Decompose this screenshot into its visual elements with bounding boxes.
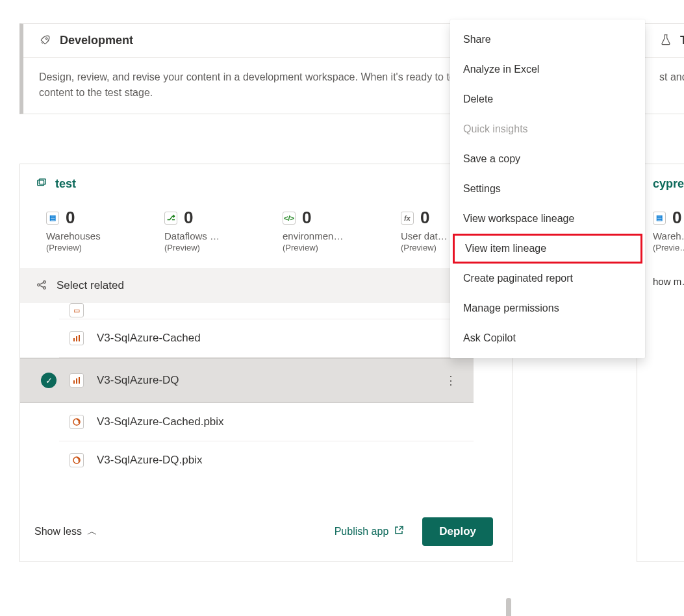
flask-icon: [659, 33, 672, 48]
external-link-icon: [394, 525, 404, 538]
metric-warehouses: ▤ 0 Warehouses (Preview): [46, 208, 131, 253]
item-list: ▭ V3-SqlAzure-Cached ✓ V3-SqlAzure-DQ ⋮: [20, 303, 513, 504]
publish-app-link[interactable]: Publish app: [335, 525, 405, 538]
select-related-bar: Select related ✕ 1 s…: [20, 268, 513, 303]
workspace-panel-dev: test ▤ 0 Warehouses (Preview) ⎇ 0 Datafl…: [19, 164, 513, 562]
metric-warehouses: ▤ 0 Wareh… (Previe…: [653, 208, 684, 253]
show-less-toggle[interactable]: Show less ︿: [34, 525, 97, 539]
development-title: Development: [60, 34, 133, 47]
test-title: Test: [680, 34, 684, 47]
report-icon: ▭: [70, 303, 84, 317]
item-name: V3-SqlAzure-Cached.pbix: [97, 415, 463, 428]
menu-quick-insights: Quick insights: [450, 114, 645, 144]
workspace-name[interactable]: cypres…: [653, 177, 684, 191]
workspace-name[interactable]: test: [55, 177, 76, 191]
context-menu: Share Analyze in Excel Delete Quick insi…: [450, 19, 645, 358]
select-related-label[interactable]: Select related: [57, 279, 124, 292]
report-icon: [70, 373, 84, 388]
rocket-icon: [39, 33, 52, 48]
share-icon: [36, 279, 47, 293]
menu-item-lineage[interactable]: View item lineage: [453, 234, 642, 264]
svg-point-4: [44, 280, 46, 283]
scrollbar[interactable]: [506, 598, 511, 616]
workspaces-icon: [36, 177, 47, 191]
menu-manage-permissions[interactable]: Manage permissions: [450, 293, 645, 323]
chevron-up-icon: ︿: [87, 525, 97, 539]
check-icon: ✓: [41, 373, 57, 388]
item-name: V3-SqlAzure-DQ.pbix: [97, 454, 463, 467]
function-icon: fx: [401, 212, 414, 225]
svg-rect-13: [79, 377, 80, 384]
svg-point-3: [38, 284, 40, 286]
svg-rect-11: [73, 380, 75, 384]
menu-ask-copilot[interactable]: Ask Copilot: [450, 323, 645, 353]
menu-workspace-lineage[interactable]: View workspace lineage: [450, 204, 645, 234]
item-name: V3-SqlAzure-Cached: [97, 332, 463, 345]
menu-share[interactable]: Share: [450, 25, 645, 55]
environment-icon: </>: [283, 212, 296, 225]
warehouse-icon: ▤: [46, 212, 59, 225]
test-stage-card: Test st and v… oy the…: [643, 23, 684, 114]
menu-delete[interactable]: Delete: [450, 84, 645, 114]
dataflow-icon: ⎇: [164, 212, 177, 225]
svg-line-7: [40, 285, 43, 287]
test-description: st and v… oy the…: [644, 58, 684, 98]
pbix-icon: [70, 453, 84, 467]
svg-line-16: [399, 526, 403, 530]
menu-analyze-excel[interactable]: Analyze in Excel: [450, 55, 645, 84]
menu-save-copy[interactable]: Save a copy: [450, 144, 645, 174]
list-item-selected[interactable]: ✓ V3-SqlAzure-DQ ⋮: [20, 358, 474, 403]
menu-paginated-report[interactable]: Create paginated report: [450, 264, 645, 293]
list-item[interactable]: V3-SqlAzure-Cached: [59, 319, 474, 358]
list-item[interactable]: V3-SqlAzure-DQ.pbix: [59, 441, 474, 479]
deploy-button[interactable]: Deploy: [422, 517, 493, 546]
svg-point-5: [44, 286, 46, 289]
metric-dataflows: ⎇ 0 Dataflows … (Preview): [164, 208, 249, 253]
svg-line-6: [40, 282, 43, 284]
pbix-icon: [70, 415, 84, 429]
menu-settings[interactable]: Settings: [450, 174, 645, 204]
svg-rect-12: [76, 378, 77, 384]
svg-point-0: [45, 38, 47, 40]
svg-rect-9: [76, 336, 77, 341]
list-item[interactable]: V3-SqlAzure-Cached.pbix: [59, 403, 474, 441]
report-icon: [70, 331, 84, 345]
more-options-icon[interactable]: ⋮: [438, 371, 463, 390]
warehouse-icon: ▤: [653, 212, 666, 225]
list-item[interactable]: ▭: [59, 303, 474, 319]
item-name: V3-SqlAzure-DQ: [97, 374, 425, 387]
svg-rect-8: [73, 338, 75, 341]
metric-environments: </> 0 environmen… (Preview): [283, 208, 367, 253]
svg-rect-10: [79, 335, 80, 341]
